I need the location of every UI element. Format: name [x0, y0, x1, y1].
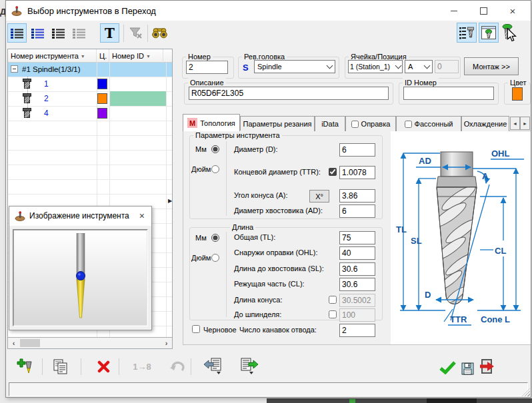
maximize-button[interactable] [469, 1, 498, 21]
to-spindle-checkbox[interactable] [329, 310, 337, 318]
diameter-label: Диаметр (D): [234, 145, 278, 153]
tool-row-1[interactable]: 1 [8, 77, 172, 91]
tool-image-close-button[interactable]: × [139, 210, 145, 221]
tab-topology[interactable]: M Топология [183, 114, 240, 131]
exit-door-icon [479, 358, 496, 374]
tab-scroll-right[interactable]: ► [520, 117, 530, 130]
description-label: Описание [188, 78, 226, 87]
tab-cutting-params[interactable]: Параметры резания [240, 116, 315, 131]
scroll-right-arrow[interactable]: › [161, 338, 172, 348]
diameter-input[interactable] [339, 143, 375, 157]
number-label: Номер [186, 52, 213, 61]
tree-horizontal-scrollbar[interactable]: ‹ › [8, 337, 172, 348]
import-tools-button[interactable] [199, 356, 226, 376]
station-combo[interactable]: 1 (Station_1) [348, 60, 403, 73]
tool-image-titlebar[interactable]: Изображение инструмента × [9, 206, 151, 226]
mm-label: Мм [195, 234, 207, 242]
mount-button[interactable]: Монтаж >> [464, 57, 519, 75]
scroll-thumb[interactable] [20, 339, 40, 347]
revhead-combo[interactable]: Spindle [254, 60, 335, 73]
tool-color-picker[interactable] [512, 87, 523, 101]
column-header-color[interactable]: Ц. [97, 49, 109, 63]
shoulder-length-input[interactable] [339, 262, 375, 276]
collapse-expander[interactable] [11, 65, 18, 73]
description-input[interactable] [189, 87, 389, 100]
renumber-button: 1→8 [129, 356, 155, 376]
close-button[interactable]: × [498, 1, 527, 21]
background-app-green-dot [349, 399, 355, 403]
mm-radio[interactable] [211, 234, 219, 242]
total-length-input[interactable] [339, 231, 375, 244]
tool-dialog-icon [11, 5, 22, 16]
background-app-strip [267, 398, 532, 403]
column-header-id[interactable]: Номер ID ▼ [109, 49, 163, 63]
delete-tool-button[interactable] [93, 356, 114, 376]
clear-filter-button[interactable] [126, 23, 145, 43]
tool-color-swatch[interactable] [97, 79, 107, 89]
tree-group-row[interactable]: #1 Spindle(1/3/1) [8, 63, 172, 77]
export-tools-button[interactable] [236, 356, 263, 376]
list-view-1-icon [11, 28, 24, 39]
position-combo[interactable]: A [405, 60, 433, 73]
maximize-icon [480, 7, 487, 15]
tab-holder[interactable]: Оправка [345, 116, 396, 131]
tool-selection-dialog: Выбор инструментов в Переход × [5, 0, 531, 398]
cone-length-checkbox[interactable] [329, 296, 337, 304]
find-tool-button[interactable] [150, 23, 169, 43]
holder-checkbox[interactable] [351, 121, 359, 128]
tool-row-3[interactable]: 4 [8, 106, 172, 121]
tool-color-swatch[interactable] [97, 108, 107, 119]
tool-green-toggle[interactable] [501, 24, 513, 41]
dialog-title: Выбор инструментов в Переход [27, 6, 156, 16]
mm-radio[interactable] [211, 145, 219, 153]
tool-icon [23, 108, 31, 118]
tab-scroll-left[interactable]: ◄ [510, 117, 520, 130]
tab-form-tool[interactable]: Фассонный [396, 116, 461, 131]
add-tool-icon [16, 358, 33, 374]
id-number-input[interactable] [403, 87, 494, 100]
inch-radio[interactable] [211, 254, 219, 262]
shank-diameter-input[interactable] [339, 204, 375, 218]
toolbar-separator [123, 25, 124, 42]
cutting-length-input[interactable] [339, 278, 375, 291]
ohl-input[interactable] [339, 246, 375, 260]
view-details-button[interactable] [7, 23, 27, 43]
tool-icon [23, 93, 31, 103]
view-list-button[interactable] [28, 23, 47, 43]
tab-idata[interactable]: iData [315, 116, 345, 131]
tab-coolant[interactable]: Охлаждение [461, 116, 509, 131]
exit-button[interactable] [478, 356, 497, 376]
save-button[interactable] [459, 358, 475, 378]
add-tool-button[interactable] [14, 356, 35, 376]
view-simple-button[interactable] [69, 23, 89, 43]
tool-row-2[interactable]: 2 [8, 91, 172, 106]
taper-angle-input[interactable] [339, 189, 375, 202]
ttr-checkbox[interactable] [329, 168, 337, 176]
tool-number-input[interactable] [186, 61, 228, 74]
scroll-left-arrow[interactable]: ‹ [8, 338, 19, 348]
window-with-tool-icon [481, 26, 496, 39]
minimize-button[interactable] [439, 1, 469, 21]
ok-button[interactable] [438, 358, 457, 378]
flutes-label: Число канавок отвода: [239, 326, 317, 334]
import-list-icon [203, 358, 222, 375]
tool-window-view-button[interactable] [479, 23, 499, 43]
tool-list-view-button[interactable] [457, 23, 477, 43]
angle-unit-button[interactable]: X° [309, 190, 329, 202]
dialog-titlebar: Выбор инструментов в Переход × [6, 1, 531, 21]
column-header-tool-number[interactable]: Номер инструмента ▼ [8, 49, 97, 63]
inch-label: Дюйм [191, 165, 211, 173]
toolbar-separator [42, 358, 43, 375]
ttr-input[interactable] [339, 166, 375, 179]
form-tool-checkbox[interactable] [405, 121, 412, 128]
rough-checkbox[interactable] [192, 325, 200, 333]
copy-tool-button[interactable] [50, 356, 71, 376]
tool-color-swatch[interactable] [97, 93, 107, 104]
text-filter-button[interactable]: T [100, 23, 119, 43]
splitter-arrow-icon[interactable]: ▶ [168, 198, 172, 204]
inch-radio[interactable] [211, 165, 219, 173]
tool-diagram: TL SL AD OHL A CL D TTR Cone L [392, 133, 529, 343]
flutes-input[interactable] [339, 324, 375, 337]
group-divider [226, 232, 227, 317]
view-compact-button[interactable] [49, 23, 68, 43]
